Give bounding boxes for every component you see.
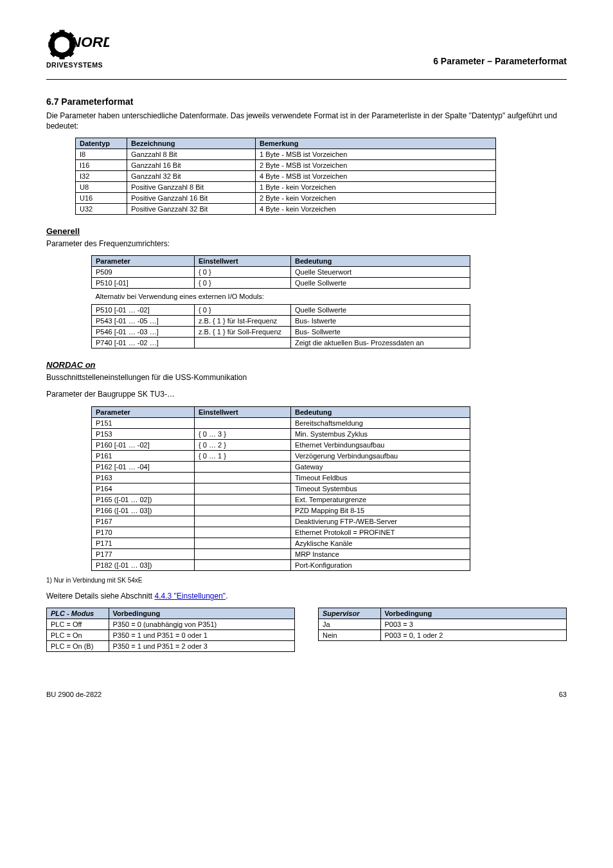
table-row: U16Positive Ganzzahl 16 Bit2 Byte - kein… — [76, 192, 496, 203]
table-row: PLC = OffP350 = 0 (unabhängig von P351) — [47, 619, 295, 630]
table-row: P171Azyklische Kanäle — [92, 538, 470, 548]
table-row: P170Ethernet Protokoll = PROFINET — [92, 527, 470, 538]
table-row: P161{ 0 … 1 }Verzögerung Verbindungsaufb… — [92, 450, 470, 461]
header-breadcrumb: 6 Parameter – Parameterformat — [433, 56, 567, 66]
table-plc-modus: PLC - ModusVorbedingung PLC = OffP350 = … — [46, 608, 295, 652]
table-row: P510 [-01 … -02]{ 0 }Quelle Sollwerte — [92, 305, 470, 316]
table-row: P510 [-01]{ 0 }Quelle Sollwerte — [92, 278, 470, 289]
svg-rect-3 — [48, 42, 55, 47]
table-row: P151Bereitschaftsmeldung — [92, 417, 470, 428]
svg-rect-1 — [59, 30, 64, 37]
page-number: 63 — [559, 691, 567, 698]
table-row: P163Timeout Feldbus — [92, 472, 470, 483]
page-footer: BU 2900 de-2822 63 — [46, 691, 567, 698]
intro-6-7: Die Parameter haben unterschiedliche Dat… — [46, 111, 567, 131]
table-row: P167Deaktivierung FTP-/WEB-Server — [92, 516, 470, 527]
table-row: PLC = On (B)P350 = 1 und P351 = 2 oder 3 — [47, 641, 295, 652]
table-row: P182 ([-01 … 03])Port-Konfiguration — [92, 559, 470, 570]
table-row: P164Timeout Systembus — [92, 483, 470, 494]
nord-logo: NORD DRIVESYSTEMS — [46, 26, 109, 70]
table-row: P165 ([-01 … 02])Ext. Temperaturgrenze — [92, 494, 470, 505]
table-row: NeinP003 = 0, 1 oder 2 — [319, 630, 567, 641]
page-header: NORD DRIVESYSTEMS 6 Parameter – Paramete… — [46, 26, 567, 70]
table-generell: ParameterEinstellwertBedeutung P509{ 0 }… — [91, 255, 470, 348]
table-row: P153{ 0 … 3 }Min. Systembus Zyklus — [92, 428, 470, 439]
table-row: U8Positive Ganzzahl 8 Bit1 Byte - kein V… — [76, 181, 496, 192]
section-title-6-7: 6.7 Parameterformat — [46, 96, 567, 107]
svg-rect-2 — [59, 53, 64, 59]
table-row: PLC = OnP350 = 1 und P351 = 0 oder 1 — [47, 630, 295, 641]
table-row: P162 [-01 … -04]Gateway — [92, 461, 470, 472]
table-row: P543 [-01 … -05 …]z.B. { 1 } für Ist-Fre… — [92, 316, 470, 327]
svg-text:NORD: NORD — [71, 33, 109, 50]
col-datentyp: Datentyp — [76, 138, 127, 149]
table-row: JaP003 = 3 — [319, 619, 567, 630]
table-row: Alternativ bei Verwendung eines externen… — [92, 289, 470, 305]
header-rule — [46, 79, 567, 80]
subheading-generell: Generell — [46, 226, 567, 236]
para-fu-params: Parameter des Frequenzumrichters: — [46, 239, 567, 249]
footnote-1: 1) Nur in Verbindung mit SK 54xE — [46, 576, 567, 585]
para-sktu3: Parameter der Baugruppe SK TU3-… — [46, 389, 567, 399]
table-row: P166 ([-01 … 03])PZD Mapping Bit 8-15 — [92, 505, 470, 516]
para-bus-settings: Busschnittstelleneinstellungen für die U… — [46, 372, 567, 383]
table-row: P509{ 0 }Quelle Steuerwort — [92, 267, 470, 278]
link-section-443[interactable]: 4.4.3 "Einstellungen" — [155, 592, 226, 601]
col-bezeichnung: Bezeichnung — [127, 138, 256, 149]
table-datatypes: DatentypBezeichnungBemerkung I8Ganzzahl … — [75, 138, 496, 215]
see-also: Weitere Details siehe Abschnitt 4.4.3 "E… — [46, 591, 567, 601]
table-nordac: ParameterEinstellwertBedeutung P151Berei… — [91, 406, 470, 571]
table-row: P177MRP Instance — [92, 548, 470, 559]
table-row: P160 [-01 … -02]{ 0 … 2 }Ethernet Verbin… — [92, 439, 470, 450]
table-row: U32Positive Ganzzahl 32 Bit4 Byte - kein… — [76, 203, 496, 214]
table-row: P740 [-01 … -02 …]Zeigt die aktuellen Bu… — [92, 338, 470, 348]
table-row: P546 [-01 … -03 …]z.B. { 1 } für Soll-Fr… — [92, 327, 470, 338]
svg-text:DRIVESYSTEMS: DRIVESYSTEMS — [46, 61, 103, 69]
table-row: I32Ganzzahl 32 Bit4 Byte - MSB ist Vorze… — [76, 170, 496, 181]
table-row: I16Ganzzahl 16 Bit2 Byte - MSB ist Vorze… — [76, 159, 496, 170]
table-supervisor: SupervisorVorbedingung JaP003 = 3 NeinP0… — [318, 608, 567, 641]
subheading-nordac-on: NORDAC on — [46, 360, 567, 370]
table-row: I8Ganzzahl 8 Bit1 Byte - MSB ist Vorzeic… — [76, 149, 496, 159]
doc-id: BU 2900 de-2822 — [46, 691, 102, 698]
col-bemerkung: Bemerkung — [256, 138, 496, 149]
